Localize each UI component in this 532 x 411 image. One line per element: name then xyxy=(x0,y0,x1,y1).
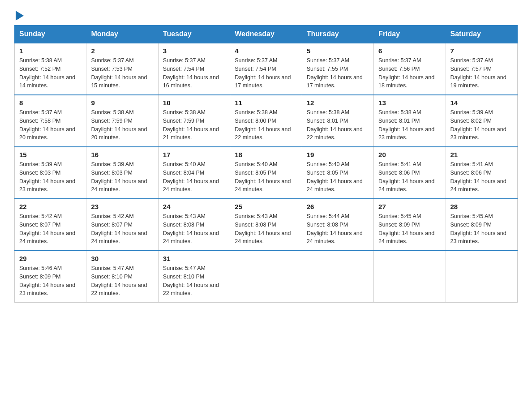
day-info: Sunrise: 5:37 AMSunset: 7:54 PMDaylight:… xyxy=(163,56,225,90)
calendar-week-row: 15 Sunrise: 5:39 AMSunset: 8:03 PMDaylig… xyxy=(15,147,518,199)
day-info: Sunrise: 5:42 AMSunset: 8:07 PMDaylight:… xyxy=(19,212,82,246)
calendar-header-monday: Monday xyxy=(86,26,158,43)
day-info: Sunrise: 5:46 AMSunset: 8:09 PMDaylight:… xyxy=(19,264,82,298)
calendar-day-cell: 26 Sunrise: 5:44 AMSunset: 8:08 PMDaylig… xyxy=(302,199,373,251)
calendar-day-cell: 24 Sunrise: 5:43 AMSunset: 8:08 PMDaylig… xyxy=(158,199,230,251)
day-info: Sunrise: 5:38 AMSunset: 7:59 PMDaylight:… xyxy=(163,108,225,142)
day-number: 30 xyxy=(91,255,153,262)
calendar-day-cell: 5 Sunrise: 5:37 AMSunset: 7:55 PMDayligh… xyxy=(302,43,373,95)
day-info: Sunrise: 5:45 AMSunset: 8:09 PMDaylight:… xyxy=(378,212,441,246)
day-number: 2 xyxy=(91,47,153,55)
calendar-day-cell: 18 Sunrise: 5:40 AMSunset: 8:05 PMDaylig… xyxy=(230,147,302,199)
calendar-day-cell: 9 Sunrise: 5:38 AMSunset: 7:59 PMDayligh… xyxy=(86,95,158,147)
day-info: Sunrise: 5:43 AMSunset: 8:08 PMDaylight:… xyxy=(235,212,297,246)
day-info: Sunrise: 5:37 AMSunset: 7:54 PMDaylight:… xyxy=(235,56,297,90)
day-info: Sunrise: 5:37 AMSunset: 7:53 PMDaylight:… xyxy=(91,56,153,90)
calendar-day-cell: 3 Sunrise: 5:37 AMSunset: 7:54 PMDayligh… xyxy=(158,43,230,95)
day-info: Sunrise: 5:40 AMSunset: 8:05 PMDaylight:… xyxy=(235,160,297,194)
calendar-empty-cell xyxy=(230,251,302,303)
calendar-header-row: SundayMondayTuesdayWednesdayThursdayFrid… xyxy=(15,26,518,43)
day-info: Sunrise: 5:40 AMSunset: 8:05 PMDaylight:… xyxy=(307,160,369,194)
calendar-empty-cell xyxy=(446,251,517,303)
calendar-day-cell: 11 Sunrise: 5:38 AMSunset: 8:00 PMDaylig… xyxy=(230,95,302,147)
calendar-week-row: 29 Sunrise: 5:46 AMSunset: 8:09 PMDaylig… xyxy=(15,251,518,303)
calendar-header-tuesday: Tuesday xyxy=(158,26,230,43)
calendar-day-cell: 13 Sunrise: 5:38 AMSunset: 8:01 PMDaylig… xyxy=(374,95,446,147)
svg-marker-0 xyxy=(16,11,24,21)
calendar-day-cell: 31 Sunrise: 5:47 AMSunset: 8:10 PMDaylig… xyxy=(158,251,230,303)
calendar-day-cell: 30 Sunrise: 5:47 AMSunset: 8:10 PMDaylig… xyxy=(86,251,158,303)
day-number: 31 xyxy=(163,255,225,262)
day-number: 23 xyxy=(91,203,153,210)
day-info: Sunrise: 5:40 AMSunset: 8:04 PMDaylight:… xyxy=(163,160,225,194)
day-number: 20 xyxy=(378,151,441,158)
calendar-day-cell: 20 Sunrise: 5:41 AMSunset: 8:06 PMDaylig… xyxy=(374,147,446,199)
logo-arrow-icon xyxy=(16,11,24,21)
calendar-header-friday: Friday xyxy=(374,26,446,43)
day-number: 8 xyxy=(19,99,82,107)
calendar-day-cell: 4 Sunrise: 5:37 AMSunset: 7:54 PMDayligh… xyxy=(230,43,302,95)
day-number: 24 xyxy=(163,203,225,210)
day-info: Sunrise: 5:39 AMSunset: 8:03 PMDaylight:… xyxy=(19,160,82,194)
calendar-day-cell: 12 Sunrise: 5:38 AMSunset: 8:01 PMDaylig… xyxy=(302,95,373,147)
day-number: 19 xyxy=(307,151,369,158)
calendar-day-cell: 1 Sunrise: 5:38 AMSunset: 7:52 PMDayligh… xyxy=(15,43,86,95)
day-number: 28 xyxy=(450,203,513,210)
calendar-day-cell: 23 Sunrise: 5:42 AMSunset: 8:07 PMDaylig… xyxy=(86,199,158,251)
calendar-header-saturday: Saturday xyxy=(446,26,517,43)
day-info: Sunrise: 5:38 AMSunset: 7:52 PMDaylight:… xyxy=(19,56,82,90)
day-info: Sunrise: 5:37 AMSunset: 7:58 PMDaylight:… xyxy=(19,108,82,142)
calendar-day-cell: 28 Sunrise: 5:45 AMSunset: 8:09 PMDaylig… xyxy=(446,199,517,251)
calendar-day-cell: 7 Sunrise: 5:37 AMSunset: 7:57 PMDayligh… xyxy=(446,43,517,95)
day-info: Sunrise: 5:38 AMSunset: 8:01 PMDaylight:… xyxy=(307,108,369,142)
day-info: Sunrise: 5:38 AMSunset: 8:01 PMDaylight:… xyxy=(378,108,441,142)
calendar-day-cell: 29 Sunrise: 5:46 AMSunset: 8:09 PMDaylig… xyxy=(15,251,86,303)
day-number: 26 xyxy=(307,203,369,210)
calendar-day-cell: 6 Sunrise: 5:37 AMSunset: 7:56 PMDayligh… xyxy=(374,43,446,95)
day-number: 6 xyxy=(378,47,441,55)
day-info: Sunrise: 5:47 AMSunset: 8:10 PMDaylight:… xyxy=(91,264,153,298)
day-number: 3 xyxy=(163,47,225,55)
day-info: Sunrise: 5:44 AMSunset: 8:08 PMDaylight:… xyxy=(307,212,369,246)
calendar-day-cell: 10 Sunrise: 5:38 AMSunset: 7:59 PMDaylig… xyxy=(158,95,230,147)
day-number: 21 xyxy=(450,151,513,158)
day-number: 29 xyxy=(19,255,82,262)
day-number: 17 xyxy=(163,151,225,158)
calendar-day-cell: 27 Sunrise: 5:45 AMSunset: 8:09 PMDaylig… xyxy=(374,199,446,251)
calendar-day-cell: 14 Sunrise: 5:39 AMSunset: 8:02 PMDaylig… xyxy=(446,95,517,147)
calendar-day-cell: 21 Sunrise: 5:41 AMSunset: 8:06 PMDaylig… xyxy=(446,147,517,199)
day-number: 27 xyxy=(378,203,441,210)
page-header xyxy=(14,11,518,18)
calendar-header-thursday: Thursday xyxy=(302,26,373,43)
calendar-day-cell: 25 Sunrise: 5:43 AMSunset: 8:08 PMDaylig… xyxy=(230,199,302,251)
day-number: 9 xyxy=(91,99,153,107)
day-number: 1 xyxy=(19,47,82,55)
day-info: Sunrise: 5:37 AMSunset: 7:57 PMDaylight:… xyxy=(450,56,513,90)
day-info: Sunrise: 5:37 AMSunset: 7:55 PMDaylight:… xyxy=(307,56,369,90)
calendar-week-row: 8 Sunrise: 5:37 AMSunset: 7:58 PMDayligh… xyxy=(15,95,518,147)
calendar-table: SundayMondayTuesdayWednesdayThursdayFrid… xyxy=(14,25,518,303)
day-number: 12 xyxy=(307,99,369,107)
day-info: Sunrise: 5:39 AMSunset: 8:03 PMDaylight:… xyxy=(91,160,153,194)
day-number: 14 xyxy=(450,99,513,107)
day-info: Sunrise: 5:41 AMSunset: 8:06 PMDaylight:… xyxy=(378,160,441,194)
calendar-day-cell: 22 Sunrise: 5:42 AMSunset: 8:07 PMDaylig… xyxy=(15,199,86,251)
calendar-week-row: 22 Sunrise: 5:42 AMSunset: 8:07 PMDaylig… xyxy=(15,199,518,251)
day-number: 7 xyxy=(450,47,513,55)
day-info: Sunrise: 5:45 AMSunset: 8:09 PMDaylight:… xyxy=(450,212,513,246)
day-info: Sunrise: 5:38 AMSunset: 8:00 PMDaylight:… xyxy=(235,108,297,142)
calendar-empty-cell xyxy=(374,251,446,303)
day-number: 10 xyxy=(163,99,225,107)
day-number: 4 xyxy=(235,47,297,55)
calendar-day-cell: 2 Sunrise: 5:37 AMSunset: 7:53 PMDayligh… xyxy=(86,43,158,95)
day-number: 22 xyxy=(19,203,82,210)
calendar-header-wednesday: Wednesday xyxy=(230,26,302,43)
calendar-day-cell: 16 Sunrise: 5:39 AMSunset: 8:03 PMDaylig… xyxy=(86,147,158,199)
day-number: 13 xyxy=(378,99,441,107)
day-number: 18 xyxy=(235,151,297,158)
calendar-header-sunday: Sunday xyxy=(15,26,86,43)
day-number: 16 xyxy=(91,151,153,158)
day-number: 25 xyxy=(235,203,297,210)
day-info: Sunrise: 5:38 AMSunset: 7:59 PMDaylight:… xyxy=(91,108,153,142)
calendar-week-row: 1 Sunrise: 5:38 AMSunset: 7:52 PMDayligh… xyxy=(15,43,518,95)
